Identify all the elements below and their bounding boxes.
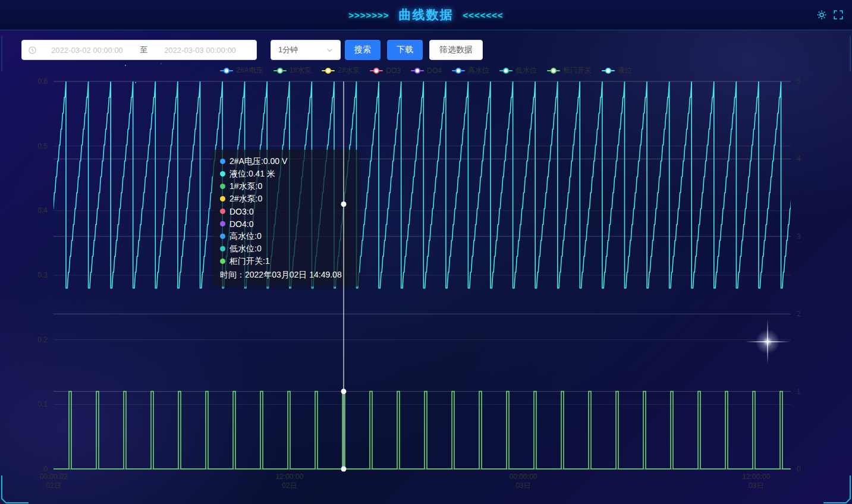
legend-line-marker-icon [220,70,233,71]
legend-circle-icon [414,68,420,74]
date-range-picker[interactable]: 2022-03-02 00:00:00 至 2022-03-03 00:00:0… [21,40,257,60]
tooltip-row: 2#A电压:0.00 V [220,155,352,168]
grid-lines [54,81,791,404]
svg-text:0.4: 0.4 [37,206,48,215]
header-bar: >>>>>>> 曲线数据 <<<<<<< [0,0,852,30]
toolbar: 2022-03-02 00:00:00 至 2022-03-03 00:00:0… [21,40,483,60]
title-right-arrows: <<<<<<< [463,10,504,20]
legend-label: 2#水泵 [338,65,360,75]
tooltip-row: 柜门开关:1 [220,255,352,267]
tooltip-series-dot-icon [220,246,225,251]
chevron-down-icon [326,47,333,53]
tooltip-row: 1#水泵:0 [220,180,352,193]
svg-text:0.1: 0.1 [37,400,48,408]
svg-text:00:00:02: 00:00:02 [40,472,68,481]
svg-text:3: 3 [797,232,801,241]
legend-line-marker-icon [547,70,560,71]
legend-line-marker-icon [411,70,424,71]
interval-select[interactable]: 1分钟 [271,40,341,60]
settings-gear-icon[interactable] [816,10,827,20]
svg-text:0: 0 [797,465,801,473]
legend-item-8[interactable]: 液位 [602,65,632,75]
tooltip-series-dot-icon [220,196,225,201]
svg-text:02日: 02日 [46,481,61,490]
tooltip-row-text: DO3:0 [229,207,253,216]
y-axis-right-labels: 012345 [797,77,801,473]
legend-label: 低水位 [515,65,537,75]
legend-item-1[interactable]: 1#水泵 [273,65,312,75]
series-liquid-level [0,81,803,288]
end-date-input[interactable]: 2022-03-03 00:00:00 [150,46,250,55]
legend-circle-icon [503,68,509,74]
tooltip-row: 2#水泵:0 [220,193,352,205]
legend-label: 柜门开关 [563,65,592,75]
legend-circle-icon [455,68,461,74]
svg-text:03日: 03日 [515,481,530,490]
svg-text:5: 5 [797,77,801,86]
y-axis-left-labels: 00.10.20.30.40.50.6 [37,77,48,473]
legend-item-5[interactable]: 高水位 [452,65,489,75]
legend-item-6[interactable]: 低水位 [499,65,537,75]
legend-label: 高水位 [468,65,489,75]
legend-circle-icon [551,68,557,74]
svg-text:00:00:00: 00:00:00 [510,472,537,481]
legend-label: DO3 [386,67,401,75]
title-left-arrows: >>>>>>> [348,10,389,20]
tooltip-row-text: 高水位:0 [229,231,262,242]
svg-text:0.6: 0.6 [37,77,48,86]
chart-legend: 2#A电压1#水泵2#水泵DO3DO4高水位低水位柜门开关液位 [0,65,852,75]
tooltip-series-dot-icon [220,221,225,226]
svg-text:03日: 03日 [749,481,763,490]
line-chart[interactable]: 00.10.20.30.40.50.601234500:00:0202日12:0… [0,0,852,504]
download-button[interactable]: 下载 [387,40,423,60]
svg-text:4: 4 [797,155,801,163]
chart-tooltip: 2#A电压:0.00 V液位:0.41 米1#水泵:02#水泵:0DO3:0DO… [213,150,359,286]
start-date-input[interactable]: 2022-03-02 00:00:00 [37,46,137,55]
interval-select-value: 1分钟 [278,45,298,55]
legend-item-0[interactable]: 2#A电压 [220,65,263,75]
svg-text:0.3: 0.3 [37,271,48,279]
tooltip-row-text: 液位:0.41 米 [229,169,275,179]
filter-data-button[interactable]: 筛选数据 [429,40,483,60]
search-button[interactable]: 搜索 [345,40,381,60]
legend-item-3[interactable]: DO3 [370,67,401,75]
legend-item-2[interactable]: 2#水泵 [322,65,360,75]
legend-label: 液位 [618,65,632,75]
tooltip-series-dot-icon [220,184,225,189]
tooltip-row-text: 低水位:0 [229,244,262,254]
x-axis-labels: 00:00:0202日12:00:0002日00:00:0003日12:00:0… [40,472,771,490]
svg-text:0.2: 0.2 [37,336,48,344]
tooltip-row-text: 2#A电压:0.00 V [229,156,287,167]
legend-circle-icon [605,68,611,74]
clock-icon [28,46,37,55]
tooltip-row: 液位:0.41 米 [220,168,352,180]
svg-text:2: 2 [797,310,801,318]
tooltip-series-dot-icon [220,209,225,214]
page-title: 曲线数据 [399,7,454,23]
svg-text:0: 0 [43,465,48,473]
tooltip-row-text: 2#水泵:0 [229,194,262,204]
tooltip-row-text: 1#水泵:0 [229,181,262,192]
date-separator: 至 [137,45,150,55]
header-icons [816,0,844,30]
tooltip-row: DO3:0 [220,205,352,218]
legend-item-7[interactable]: 柜门开关 [547,65,592,75]
legend-line-marker-icon [370,70,383,71]
legend-line-marker-icon [602,70,615,71]
legend-circle-icon [277,68,283,74]
tooltip-row-text: DO4:0 [229,219,253,229]
legend-item-4[interactable]: DO4 [411,67,442,75]
legend-circle-icon [325,68,331,74]
tooltip-row-text: 柜门开关:1 [229,256,270,267]
tooltip-series-dot-icon [220,259,225,264]
svg-text:0.5: 0.5 [37,142,48,150]
legend-label: 2#A电压 [236,65,263,75]
tooltip-row: 低水位:0 [220,242,352,255]
svg-text:12:00:00: 12:00:00 [742,472,770,481]
legend-circle-icon [373,68,379,74]
tooltip-series-dot-icon [220,234,225,239]
tooltip-time: 时间：2022年03月02日 14:49.08 [220,269,352,281]
legend-line-marker-icon [499,70,513,71]
fullscreen-icon[interactable] [833,10,844,20]
legend-line-marker-icon [452,70,465,71]
